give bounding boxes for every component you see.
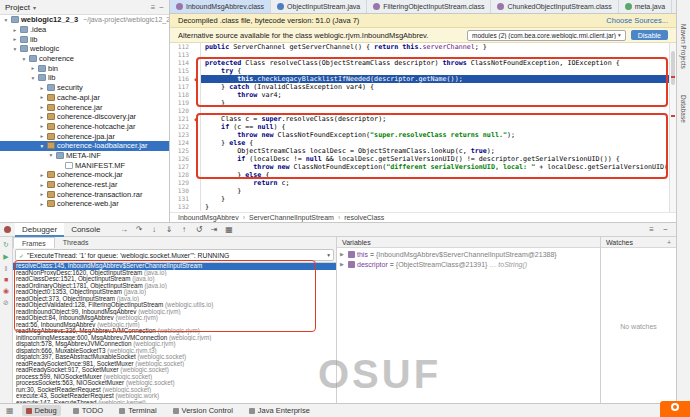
tree-item[interactable]: ▸security — [0, 83, 169, 93]
chevron-right-icon[interactable]: ▸ — [39, 201, 45, 207]
chevron-right-icon[interactable]: ▸ — [39, 114, 45, 120]
tab-threads[interactable]: Threads — [55, 237, 97, 248]
code-line[interactable]: 119 } — [170, 99, 676, 107]
code-editor[interactable]: 112public ServerChannel getServerChannel… — [170, 43, 676, 212]
chevron-right-icon[interactable]: ▸ — [12, 27, 18, 33]
tab-frames[interactable]: Frames — [13, 237, 55, 248]
error-stripe-mark[interactable] — [671, 115, 675, 117]
add-watch-icon[interactable]: + — [667, 237, 676, 247]
tree-item[interactable]: ▸coherence-transaction.rar — [0, 189, 169, 199]
code-line[interactable]: 115 try { — [170, 67, 676, 75]
toolwindow-button-maven-projects[interactable]: Maven Projects — [680, 24, 687, 69]
tree-item[interactable]: ▾coherence-loadbalancer.jar — [0, 141, 169, 151]
tree-item[interactable]: ▸cache-api.jar — [0, 93, 169, 103]
chevron-right-icon[interactable]: ▸ — [39, 104, 45, 110]
chevron-right-icon[interactable]: ▸ — [39, 191, 45, 197]
thread-selector[interactable]: ✓ "ExecuteThread: '1' for queue: 'weblog… — [15, 249, 334, 261]
chevron-right-icon[interactable]: ▸ — [39, 123, 45, 129]
tool-windows-icon[interactable]: ▦ — [6, 406, 14, 415]
step-out-icon[interactable]: ↑ — [180, 225, 189, 234]
breadcrumb-item[interactable]: ServerChannelInputStream — [249, 214, 334, 221]
code-line[interactable]: 122 if (c == null) { — [170, 123, 676, 131]
tree-item[interactable]: ▸coherence-hotcache.jar — [0, 122, 169, 132]
code-line[interactable]: 123 throw new ClassNotFoundException("su… — [170, 131, 676, 139]
breakpoint-icon[interactable]: ● — [192, 115, 201, 123]
tree-item[interactable]: ▸coherence.jar — [0, 102, 169, 112]
chevron-right-icon[interactable]: ▸ — [39, 172, 45, 178]
variable-tostring-hint[interactable]: … toString() — [489, 261, 527, 268]
tree-item[interactable]: ▸coherence-web.jar — [0, 199, 169, 209]
variable-row[interactable]: ▶descriptor = {ObjectStreamClass@21391} … — [337, 259, 600, 269]
breakpoint-icon[interactable]: ● — [192, 75, 201, 83]
tree-item[interactable]: ▸coherence-discovery.jar — [0, 112, 169, 122]
error-stripe-mark[interactable] — [671, 76, 675, 78]
chevron-down-icon[interactable]: ▾ — [33, 4, 36, 11]
disable-button[interactable]: Disable — [631, 30, 668, 40]
tree-item[interactable]: ▾weblogic — [0, 44, 169, 54]
code-line[interactable]: 128 } else { — [170, 171, 676, 179]
code-line[interactable]: 126 if (localDesc != null && localDesc.g… — [170, 155, 676, 163]
chevron-right-icon[interactable]: ▶ — [340, 251, 346, 257]
breadcrumb-item[interactable]: InboundMsgAbbrev — [178, 214, 239, 221]
tree-item[interactable]: ▸coherence-mock.jar — [0, 170, 169, 180]
tree-item[interactable]: ▾weblogic12_2_3~/java-project/weblogic12… — [0, 15, 169, 25]
evaluate-expression-icon[interactable]: ▦ — [225, 225, 234, 234]
chevron-right-icon[interactable]: ▸ — [39, 133, 45, 139]
chevron-right-icon[interactable]: ▸ — [30, 65, 36, 71]
toolwindow-button-terminal[interactable]: Terminal — [115, 405, 160, 416]
chevron-right-icon[interactable]: ▸ — [39, 85, 45, 91]
breadcrumb-item[interactable]: resolveClass — [344, 214, 384, 221]
code-line[interactable]: 117 } catch (InvalidClassException var4)… — [170, 83, 676, 91]
variable-row[interactable]: ▶this = {InboundMsgAbbrev$ServerChannelI… — [337, 249, 600, 259]
hide-icon[interactable]: − — [159, 3, 164, 12]
code-line[interactable]: 118 throw var4; — [170, 91, 676, 99]
editor-scrollbar[interactable] — [669, 43, 676, 212]
chevron-right-icon[interactable]: ▸ — [39, 94, 45, 100]
editor-tab[interactable]: FilteringObjectInputStream.class — [367, 0, 491, 13]
code-line[interactable]: 130 } — [170, 187, 676, 195]
code-line[interactable]: 112public ServerChannel getServerChannel… — [170, 43, 676, 51]
rerun-button[interactable]: ↻ — [3, 241, 9, 249]
chevron-down-icon[interactable]: ▾ — [39, 143, 45, 149]
code-line[interactable]: 132} — [170, 203, 676, 211]
code-line[interactable]: 127 throw new ClassNotFoundException("di… — [170, 163, 676, 171]
chevron-right-icon[interactable]: ▶ — [340, 261, 346, 267]
view-breakpoints-button[interactable]: ◉ — [3, 287, 9, 295]
step-over-icon[interactable]: ↷ — [135, 225, 144, 234]
toolwindow-button-version-control[interactable]: Version Control — [169, 405, 237, 416]
settings-icon[interactable]: ≡ — [647, 225, 656, 234]
code-line[interactable]: 131 } — [170, 195, 676, 203]
toolwindow-button-todo[interactable]: TODO — [69, 405, 108, 416]
tree-item[interactable]: ▾lib — [0, 73, 169, 83]
toolwindow-button-database[interactable]: Database — [680, 95, 687, 123]
pause-button[interactable]: ‖ — [5, 265, 8, 272]
choose-sources-link[interactable]: Choose Sources... — [606, 16, 668, 25]
code-line[interactable]: 125 ObjectStreamClass localDesc = Object… — [170, 147, 676, 155]
show-execution-point-icon[interactable]: → — [120, 225, 129, 234]
resume-button[interactable]: ▶ — [3, 253, 8, 261]
code-line[interactable]: 113 — [170, 51, 676, 59]
code-line[interactable]: 114protected Class resolveClass(ObjectSt… — [170, 59, 676, 67]
tab-console[interactable]: Console — [64, 223, 107, 237]
mute-breakpoints-button[interactable]: ⊘ — [3, 299, 9, 307]
code-line[interactable]: 116● this.checkLegacyBlacklistIfNeeded(d… — [170, 75, 676, 83]
tree-item[interactable]: ▸bin — [0, 63, 169, 73]
run-to-cursor-icon[interactable]: ⇥ — [210, 225, 219, 234]
stop-button[interactable]: ■ — [4, 276, 8, 283]
chevron-down-icon[interactable]: ▾ — [30, 75, 36, 81]
toolwindow-button-java-enterprise[interactable]: Java Enterprise — [245, 405, 314, 416]
chevron-right-icon[interactable]: ▸ — [12, 36, 18, 42]
step-into-icon[interactable]: ↓ — [150, 225, 159, 234]
tree-item[interactable]: ▸lib — [0, 34, 169, 44]
module-select[interactable]: modules (2) (com.bea.core.weblogic.rmi.c… — [467, 30, 626, 41]
toolwindow-button-debug[interactable]: Debug — [22, 405, 61, 416]
chevron-down-icon[interactable]: ▾ — [48, 152, 54, 158]
tab-debugger[interactable]: Debugger — [15, 223, 64, 237]
tree-item[interactable]: ▾META-INF — [0, 151, 169, 161]
drop-frame-icon[interactable]: ↺ — [195, 225, 204, 234]
code-line[interactable]: 121● Class c = super.resolveClass(descri… — [170, 115, 676, 123]
code-line[interactable]: 120 — [170, 107, 676, 115]
editor-tab[interactable]: InboundMsgAbbrev.class — [170, 0, 271, 13]
code-line[interactable]: 124 } else { — [170, 139, 676, 147]
tree-item[interactable]: ▸coherence-jpa.jar — [0, 131, 169, 141]
